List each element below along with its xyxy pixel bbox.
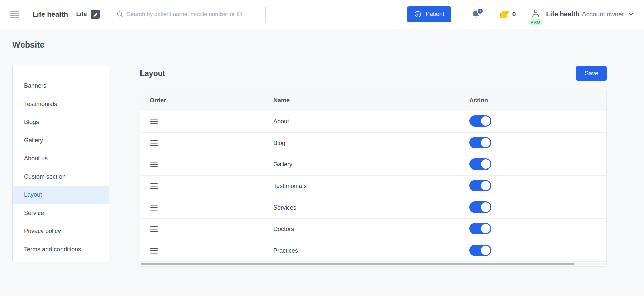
drag-handle-icon[interactable] [150, 203, 159, 212]
website-settings-sidebar: Banners Testimonials Blogs Gallery About… [12, 65, 109, 262]
toggle-knob [481, 246, 490, 255]
brand-subname: Life [76, 11, 87, 18]
account-name: Life health [546, 10, 579, 18]
sidebar-item[interactable]: Gallery [13, 131, 109, 149]
row-visibility-toggle[interactable] [469, 201, 491, 213]
drag-handle-icon[interactable] [150, 139, 159, 147]
drag-handle-icon[interactable] [150, 182, 159, 190]
table-row: Testimonials [140, 176, 606, 197]
table-row: Practices [140, 240, 606, 262]
notifications-button[interactable]: 1 [471, 9, 481, 20]
row-name: Testimonials [273, 183, 469, 190]
row-visibility-toggle[interactable] [469, 137, 491, 148]
sidebar-item[interactable]: About us [13, 149, 109, 167]
layout-table: Order Name Action [140, 90, 607, 267]
sidebar-item[interactable]: Custom section [13, 167, 109, 186]
brand: Life health | Life [33, 10, 100, 19]
plus-circle-icon [414, 10, 422, 18]
sidebar-item[interactable]: Banners [13, 77, 109, 95]
chevron-down-icon [628, 12, 634, 17]
table-body: About [140, 111, 606, 262]
row-visibility-toggle[interactable] [469, 180, 491, 191]
page-content: Website Banners Testimonials Blogs Galle… [0, 29, 644, 300]
row-name: Services [273, 204, 469, 211]
brand-separator: | [71, 11, 73, 18]
row-visibility-toggle[interactable] [469, 223, 491, 234]
header-actions: Patient 1 0 [407, 6, 634, 22]
section-title: Layout [140, 69, 165, 78]
save-button[interactable]: Save [576, 66, 607, 81]
credit-count: 0 [512, 11, 516, 18]
row-visibility-toggle[interactable] [469, 245, 491, 256]
table-row: Services [140, 197, 606, 219]
row-name: About [273, 118, 469, 125]
toggle-knob [481, 181, 490, 190]
avatar: PRO [531, 9, 541, 20]
toggle-knob [481, 138, 490, 147]
coins-icon [499, 10, 510, 19]
sidebar-item[interactable]: Layout [13, 186, 109, 204]
search-icon [116, 11, 124, 18]
drag-handle-icon[interactable] [150, 247, 159, 255]
edit-brand-button[interactable] [91, 10, 100, 19]
table-row: Blog [140, 133, 606, 154]
row-name: Doctors [273, 226, 469, 233]
row-name: Practices [273, 247, 469, 254]
column-header-name: Name [273, 97, 469, 104]
account-role: Account owner [582, 11, 624, 18]
top-header: Life health | Life Patient [0, 0, 644, 29]
pro-badge: PRO [528, 19, 543, 25]
sidebar-item[interactable]: Privacy policy [13, 222, 109, 240]
brand-name: Life health [33, 10, 68, 18]
toggle-knob [481, 116, 490, 126]
toggle-knob [481, 159, 490, 169]
drag-handle-icon[interactable] [150, 225, 159, 233]
toggle-knob [481, 202, 490, 212]
user-icon [531, 9, 540, 18]
sidebar-item[interactable]: Terms and conditions [13, 240, 109, 258]
scrollbar-thumb[interactable] [141, 263, 574, 265]
sidebar-item[interactable]: Service [13, 204, 109, 222]
horizontal-scrollbar [140, 262, 606, 266]
row-name: Blog [273, 140, 469, 147]
column-header-action: Action [469, 97, 606, 104]
toggle-knob [481, 224, 490, 233]
main-panel: Layout Save Order Name Action [140, 65, 607, 267]
notification-count-badge: 1 [477, 8, 483, 14]
table-header: Order Name Action [140, 90, 606, 111]
menu-icon[interactable] [10, 11, 19, 18]
search-input[interactable] [127, 11, 261, 18]
page-title: Website [12, 29, 644, 50]
table-row: About [140, 111, 606, 133]
row-visibility-toggle[interactable] [469, 158, 491, 170]
column-header-order: Order [150, 97, 273, 104]
table-row: Gallery [140, 154, 606, 176]
credits-button[interactable]: 0 [499, 10, 516, 19]
global-search [112, 6, 266, 23]
add-patient-label: Patient [426, 11, 444, 18]
row-visibility-toggle[interactable] [469, 115, 491, 127]
account-menu[interactable]: PRO Life health Account owner [531, 9, 634, 20]
sidebar-item[interactable]: Blogs [13, 113, 109, 131]
sidebar-item[interactable]: Testimonials [13, 95, 109, 113]
table-row: Doctors [140, 219, 606, 240]
drag-handle-icon[interactable] [150, 117, 159, 126]
add-patient-button[interactable]: Patient [407, 6, 451, 22]
footer-strip [0, 296, 644, 300]
drag-handle-icon[interactable] [150, 160, 159, 169]
row-name: Gallery [273, 161, 469, 168]
